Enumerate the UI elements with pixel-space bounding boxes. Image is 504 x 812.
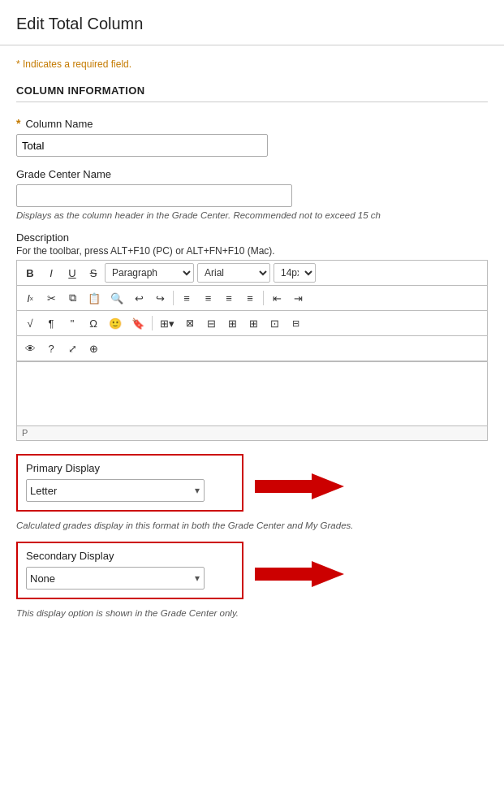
column-name-label-text: Column Name bbox=[25, 118, 93, 130]
primary-display-arrow-row: Primary Display Score Letter Percentage … bbox=[16, 454, 488, 516]
separator-2 bbox=[263, 291, 264, 305]
toolbar-row-1: B I U S Paragraph Arial 14px bbox=[17, 261, 487, 286]
preview-button[interactable]: 👁 bbox=[20, 339, 40, 358]
primary-display-section: Primary Display Score Letter Percentage … bbox=[16, 454, 488, 530]
strikethrough-button[interactable]: S bbox=[84, 263, 103, 283]
table-row-after-button[interactable]: ⊟ bbox=[201, 313, 221, 333]
paste-button[interactable]: 📋 bbox=[84, 288, 105, 308]
description-label: Description bbox=[16, 231, 488, 244]
secondary-display-select[interactable]: None Score Letter Percentage bbox=[26, 567, 205, 590]
svg-marker-1 bbox=[255, 561, 344, 587]
section-header: COLUMN INFORMATION bbox=[16, 84, 488, 102]
pilcrow-button[interactable]: ¶ bbox=[41, 313, 61, 333]
secondary-display-box: Secondary Display None Score Letter Perc… bbox=[16, 542, 243, 599]
secondary-display-hint: This display option is shown in the Grad… bbox=[16, 608, 487, 618]
indent-button[interactable]: ⇥ bbox=[288, 288, 308, 308]
grade-center-name-group: Grade Center Name Displays as the column… bbox=[16, 168, 488, 220]
search-button[interactable]: 🔍 bbox=[106, 288, 127, 308]
toolbar-hint: For the toolbar, press ALT+F10 (PC) or A… bbox=[16, 245, 488, 257]
outdent-button[interactable]: ⇤ bbox=[267, 288, 286, 308]
align-left-button[interactable]: ≡ bbox=[177, 288, 196, 308]
secondary-display-label: Secondary Display bbox=[26, 550, 234, 562]
toolbar-row-2: Ix ✂ ⧉ 📋 🔍 ↩ ↪ ≡ ≡ ≡ ≡ ⇤ ⇥ bbox=[17, 286, 487, 311]
toolbar-row-4: 👁 ? ⤢ ⊕ bbox=[17, 336, 487, 361]
toolbar-row-3: √ ¶ " Ω 🙂 🔖 ⊞▾ ⊠ ⊟ ⊞ ⊞ ⊡ ⊟ bbox=[17, 311, 487, 336]
page-container: Edit Total Column * Indicates a required… bbox=[0, 0, 504, 812]
bold-button[interactable]: B bbox=[20, 263, 40, 283]
table-del-button[interactable]: ⊠ bbox=[180, 313, 200, 333]
table-button[interactable]: ⊞▾ bbox=[156, 313, 179, 333]
grade-center-name-input[interactable] bbox=[16, 184, 292, 207]
table-col-after-button[interactable]: ⊞ bbox=[243, 313, 263, 333]
column-name-group: * Column Name bbox=[16, 117, 488, 157]
primary-display-arrow bbox=[255, 472, 344, 501]
primary-display-hint: Calculated grades display in this format… bbox=[16, 520, 487, 530]
secondary-display-select-wrapper: None Score Letter Percentage bbox=[26, 567, 205, 590]
description-group: Description For the toolbar, press ALT+F… bbox=[16, 231, 488, 441]
grade-center-hint: Displays as the column header in the Gra… bbox=[16, 210, 488, 220]
column-name-input[interactable] bbox=[16, 134, 268, 157]
paragraph-select[interactable]: Paragraph bbox=[105, 263, 194, 283]
cut-button[interactable]: ✂ bbox=[41, 288, 61, 308]
secondary-display-arrow bbox=[255, 559, 344, 589]
undo-button[interactable]: ↩ bbox=[129, 288, 149, 308]
sqrt-button[interactable]: √ bbox=[20, 313, 40, 333]
primary-display-box: Primary Display Score Letter Percentage … bbox=[16, 454, 243, 512]
table-col-before-button[interactable]: ⊡ bbox=[265, 313, 284, 333]
grade-center-label-text: Grade Center Name bbox=[16, 168, 111, 180]
table-cell-button[interactable]: ⊟ bbox=[286, 313, 305, 333]
primary-display-select[interactable]: Score Letter Percentage Letter Grade Com… bbox=[26, 479, 205, 502]
table-row-before-button[interactable]: ⊞ bbox=[222, 313, 242, 333]
emoji-button[interactable]: 🙂 bbox=[105, 313, 126, 333]
editor-status: P bbox=[16, 426, 488, 441]
secondary-display-arrow-row: Secondary Display None Score Letter Perc… bbox=[16, 542, 488, 604]
editor-status-char: P bbox=[22, 428, 28, 438]
add-button[interactable]: ⊕ bbox=[84, 339, 103, 358]
content-area: * Indicates a required field. COLUMN INF… bbox=[0, 45, 504, 631]
bookmark-button[interactable]: 🔖 bbox=[127, 313, 149, 333]
separator-1 bbox=[173, 291, 174, 305]
grade-center-name-label: Grade Center Name bbox=[16, 168, 488, 180]
fullscreen-button[interactable]: ⤢ bbox=[62, 339, 82, 358]
column-name-label: * Column Name bbox=[16, 117, 488, 130]
redo-button[interactable]: ↪ bbox=[150, 288, 170, 308]
underline-button[interactable]: U bbox=[62, 263, 82, 283]
italic-button[interactable]: I bbox=[41, 263, 61, 283]
size-select[interactable]: 14px bbox=[274, 263, 316, 283]
justify-button[interactable]: ≡ bbox=[240, 288, 260, 308]
required-note: * Indicates a required field. bbox=[16, 58, 488, 70]
primary-display-label: Primary Display bbox=[26, 462, 234, 474]
clear-format-button[interactable]: Ix bbox=[20, 288, 40, 308]
help-button[interactable]: ? bbox=[41, 339, 61, 358]
secondary-display-section: Secondary Display None Score Letter Perc… bbox=[16, 542, 488, 618]
primary-display-select-wrapper: Score Letter Percentage Letter Grade Com… bbox=[26, 479, 205, 502]
align-right-button[interactable]: ≡ bbox=[219, 288, 239, 308]
align-center-button[interactable]: ≡ bbox=[198, 288, 218, 308]
required-star: * bbox=[16, 117, 20, 130]
separator-3 bbox=[152, 316, 153, 330]
svg-marker-0 bbox=[255, 473, 344, 499]
quote-button[interactable]: " bbox=[62, 313, 82, 333]
editor-toolbar: B I U S Paragraph Arial 14px bbox=[16, 260, 488, 361]
omega-button[interactable]: Ω bbox=[84, 313, 103, 333]
editor-body[interactable] bbox=[16, 361, 488, 426]
copy-button[interactable]: ⧉ bbox=[62, 288, 82, 308]
page-title: Edit Total Column bbox=[0, 0, 504, 45]
font-select[interactable]: Arial bbox=[197, 263, 270, 283]
